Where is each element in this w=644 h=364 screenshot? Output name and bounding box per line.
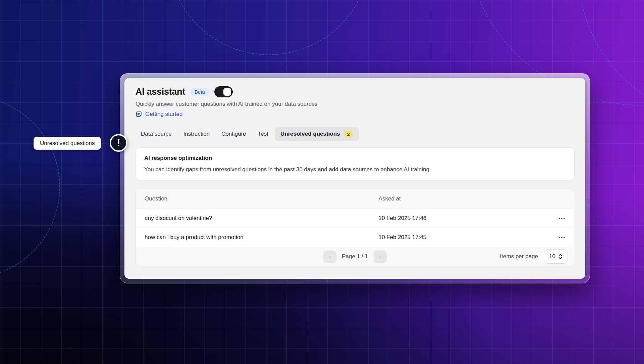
row-actions-button[interactable] — [550, 215, 574, 222]
question-cell: how can i buy a product with promotion — [145, 234, 379, 241]
panel-subtitle: Quickly answer customer questions with A… — [136, 101, 574, 107]
panel-header: AI assistant Beta — [136, 86, 574, 97]
up-down-chevron-icon — [558, 254, 562, 260]
ai-assistant-panel: AI assistant Beta Quickly answer custome… — [124, 78, 585, 279]
tab-unresolved-questions[interactable]: Unresolved questions 2 — [275, 127, 359, 141]
question-cell: any disocunt on valentine? — [145, 215, 379, 222]
getting-started-label: Getting started — [145, 111, 183, 118]
tab-unresolved-questions-label: Unresolved questions — [280, 131, 340, 137]
tab-configure[interactable]: Configure — [216, 127, 252, 141]
table-row: how can i buy a product with promotion 1… — [136, 228, 574, 247]
items-per-page-group: Items per page 10 — [500, 249, 568, 264]
items-per-page-select[interactable]: 10 — [544, 249, 568, 264]
page-indicator: Page 1 / 1 — [342, 253, 368, 260]
info-card-body: You can identify gaps from unresolved qu… — [144, 166, 566, 173]
ai-assistant-window: AI assistant Beta Quickly answer custome… — [120, 73, 590, 283]
desktop-background: AI assistant Beta Quickly answer custome… — [0, 0, 644, 364]
tab-data-source[interactable]: Data source — [136, 127, 177, 141]
getting-started-link[interactable]: Getting started — [136, 111, 183, 118]
items-per-page-label: Items per page — [500, 253, 538, 260]
beta-badge: Beta — [190, 88, 209, 96]
tab-instruction[interactable]: Instruction — [178, 127, 215, 141]
asked-at-cell: 10 Feb 2025 17:46 — [379, 215, 550, 222]
prev-page-button[interactable]: ‹ — [323, 251, 336, 263]
toggle-knob — [223, 88, 231, 96]
column-header-asked-at: Asked at — [379, 195, 550, 202]
tooltip-label: Unresolved questions — [40, 140, 95, 147]
table-footer: ‹ Page 1 / 1 › Items per page 10 — [136, 247, 574, 266]
table-header-row: Question Asked at — [136, 189, 574, 209]
next-page-button[interactable]: › — [373, 251, 387, 263]
tab-test[interactable]: Test — [253, 127, 274, 141]
asked-at-cell: 10 Feb 2025 17:45 — [379, 234, 550, 241]
table-row: any disocunt on valentine? 10 Feb 2025 1… — [136, 209, 574, 228]
page-title: AI assistant — [136, 87, 185, 97]
tab-bar: Data source Instruction Configure Test U… — [136, 127, 574, 141]
pagination: ‹ Page 1 / 1 › — [323, 251, 387, 263]
exclamation-beacon-icon[interactable]: ! — [110, 134, 127, 152]
questions-table: Question Asked at any disocunt on valent… — [136, 189, 574, 266]
unresolved-count-badge: 2 — [344, 131, 353, 138]
ai-assistant-toggle[interactable] — [214, 86, 233, 97]
info-card-title: AI response optimization — [144, 155, 566, 162]
items-per-page-value: 10 — [549, 253, 555, 260]
column-header-question: Question — [145, 195, 379, 202]
info-card: AI response optimization You can identif… — [136, 148, 574, 180]
row-actions-button[interactable] — [550, 234, 574, 241]
unresolved-questions-tooltip: Unresolved questions — [34, 137, 101, 150]
guide-doc-icon — [136, 111, 142, 118]
